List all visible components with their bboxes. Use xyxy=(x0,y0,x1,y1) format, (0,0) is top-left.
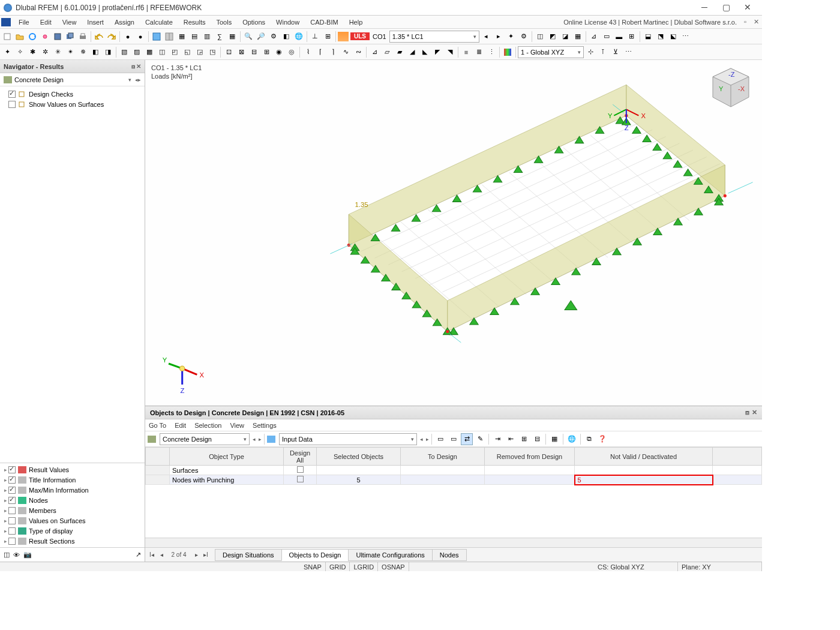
tab-ultimate-config[interactable]: Ultimate Configurations xyxy=(348,549,432,561)
menu-options[interactable]: Options xyxy=(237,17,271,27)
pager-first-icon[interactable]: I◂ xyxy=(148,551,156,558)
btree-checkbox[interactable] xyxy=(8,466,16,473)
bp-menu-edit[interactable]: Edit xyxy=(175,422,186,429)
calc-icon[interactable]: ∑ xyxy=(214,31,226,43)
disp-c-icon[interactable]: ▬ xyxy=(613,31,625,43)
btree-checkbox[interactable] xyxy=(8,527,16,535)
nav-section[interactable]: Concrete Design xyxy=(14,76,64,83)
bp-t10-icon[interactable]: 🌐 xyxy=(566,433,578,445)
bp-combo1[interactable]: Concrete Design▾ xyxy=(160,433,250,445)
row1-designall-checkbox[interactable] xyxy=(297,476,304,482)
layout3-icon[interactable]: ▦ xyxy=(176,31,188,43)
view-cube[interactable]: -X Y -Z xyxy=(707,64,755,112)
view-b-icon[interactable]: ◩ xyxy=(547,31,559,43)
tb2-6-icon[interactable]: ✴ xyxy=(64,46,76,58)
expander-icon[interactable]: ▸ xyxy=(2,538,8,544)
tb2-34-icon[interactable]: ◤ xyxy=(431,46,443,58)
bp-t11-icon[interactable]: ⧉ xyxy=(583,433,595,445)
status-grid[interactable]: GRID xyxy=(326,562,350,571)
row0-designall-checkbox[interactable] xyxy=(297,466,304,473)
tb2-24-icon[interactable]: ⌇ xyxy=(302,46,314,58)
bp-t1-icon[interactable]: ▭ xyxy=(434,433,446,445)
tb2-7-icon[interactable]: ✵ xyxy=(77,46,89,58)
btree-3[interactable]: ▸ Nodes xyxy=(0,495,145,505)
overflow-icon[interactable]: ⋯ xyxy=(680,31,692,43)
tb2-37-icon[interactable]: ≣ xyxy=(473,46,485,58)
tb2-cs3-icon[interactable]: ⊻ xyxy=(610,46,622,58)
col-invalid[interactable]: Not Valid / Deactivated xyxy=(575,448,713,466)
grid-icon[interactable]: ⊞ xyxy=(322,31,334,43)
nav-close-icon[interactable]: ✕ xyxy=(136,63,141,70)
sb-icon-axis[interactable]: ↗ xyxy=(136,551,141,559)
settings-icon[interactable]: ⚙ xyxy=(268,31,280,43)
btree-7[interactable]: ▸ Result Sections xyxy=(0,536,145,546)
lc-a-icon[interactable]: ✦ xyxy=(505,31,517,43)
bp-help-icon[interactable]: ❓ xyxy=(596,433,608,445)
btree-checkbox[interactable] xyxy=(8,476,16,484)
sb-icon-cam[interactable]: 📷 xyxy=(23,551,32,559)
tool-a-icon[interactable]: ● xyxy=(122,31,134,43)
tb2-33-icon[interactable]: ◣ xyxy=(419,46,431,58)
lc-b-icon[interactable]: ⚙ xyxy=(518,31,530,43)
tb2-31-icon[interactable]: ▰ xyxy=(394,46,406,58)
tb2-20-icon[interactable]: ⊟ xyxy=(248,46,260,58)
expander-icon[interactable]: ▸ xyxy=(2,528,8,534)
tb2-22-icon[interactable]: ◉ xyxy=(273,46,285,58)
menu-help[interactable]: Help xyxy=(344,17,368,27)
tb2-cs2-icon[interactable]: ⊺ xyxy=(597,46,609,58)
status-lgrid[interactable]: LGRID xyxy=(350,562,378,571)
btree-checkbox[interactable] xyxy=(8,538,16,545)
menu-calculate[interactable]: Calculate xyxy=(140,17,178,27)
mdi-close-button[interactable]: ✕ xyxy=(751,18,761,26)
menu-tools[interactable]: Tools xyxy=(211,17,237,27)
nav-section-next-icon[interactable]: ▸ xyxy=(138,77,141,83)
maximize-button[interactable]: ▢ xyxy=(715,1,737,14)
table-row[interactable]: Surfaces xyxy=(146,466,762,475)
tb2-3-icon[interactable]: ✱ xyxy=(26,46,38,58)
col-removed[interactable]: Removed from Design xyxy=(485,448,575,466)
tb2-26-icon[interactable]: ⌉ xyxy=(327,46,339,58)
axis-icon[interactable]: ⊥ xyxy=(309,31,321,43)
sb-icon-eye[interactable]: 👁 xyxy=(13,551,20,559)
bp-next2-icon[interactable]: ▸ xyxy=(426,436,429,442)
view-c-icon[interactable]: ◪ xyxy=(559,31,571,43)
tb2-17-icon[interactable]: ◳ xyxy=(206,46,218,58)
col-object-type[interactable]: Object Type xyxy=(170,448,284,466)
view-a-icon[interactable]: ◫ xyxy=(534,31,546,43)
disp-d-icon[interactable]: ⊞ xyxy=(626,31,638,43)
tb2-12-icon[interactable]: ▩ xyxy=(143,46,155,58)
next-lc-icon[interactable]: ▸ xyxy=(493,31,505,43)
tb2-10-icon[interactable]: ▧ xyxy=(118,46,130,58)
prev-lc-icon[interactable]: ◂ xyxy=(480,31,492,43)
expander-icon[interactable]: ▸ xyxy=(2,518,8,524)
expander-icon[interactable]: ▸ xyxy=(2,508,8,514)
layout4-icon[interactable]: ▤ xyxy=(188,31,200,43)
btree-2[interactable]: ▸ Max/Min Information xyxy=(0,485,145,495)
open-icon[interactable] xyxy=(14,31,26,43)
bp-menu-goto[interactable]: Go To xyxy=(149,422,166,429)
tb2-14-icon[interactable]: ◰ xyxy=(169,46,181,58)
pager-last-icon[interactable]: ▸I xyxy=(202,551,210,558)
tb2-19-icon[interactable]: ⊠ xyxy=(235,46,247,58)
bp-t6-icon[interactable]: ⇤ xyxy=(505,433,517,445)
zoom-in-icon[interactable]: 🔍 xyxy=(242,31,254,43)
tb2-5-icon[interactable]: ✳ xyxy=(52,46,64,58)
col-selected[interactable]: Selected Objects xyxy=(317,448,401,466)
tab-nodes[interactable]: Nodes xyxy=(432,549,467,561)
menu-view[interactable]: View xyxy=(57,17,82,27)
scr-b-icon[interactable]: ⬔ xyxy=(655,31,667,43)
cube-icon[interactable]: ◧ xyxy=(280,31,292,43)
viewport-3d[interactable]: CO1 - 1.35 * LC1 Loads [kN/m²] xyxy=(145,60,762,406)
save-icon[interactable] xyxy=(52,31,64,43)
sb-icon-1[interactable]: ◫ xyxy=(4,551,10,559)
tb2-32-icon[interactable]: ◢ xyxy=(406,46,418,58)
table-icon[interactable]: ▦ xyxy=(226,31,238,43)
btree-checkbox[interactable] xyxy=(8,487,16,494)
objects-table[interactable]: Object Type Design All Selected Objects … xyxy=(145,447,762,485)
tb2-16-icon[interactable]: ◲ xyxy=(194,46,206,58)
expander-icon[interactable]: ▸ xyxy=(2,497,8,503)
bp-menu-view[interactable]: View xyxy=(230,422,244,429)
col-rownum[interactable] xyxy=(146,448,170,466)
layout5-icon[interactable]: ▥ xyxy=(201,31,213,43)
bp-prev2-icon[interactable]: ◂ xyxy=(418,436,425,442)
